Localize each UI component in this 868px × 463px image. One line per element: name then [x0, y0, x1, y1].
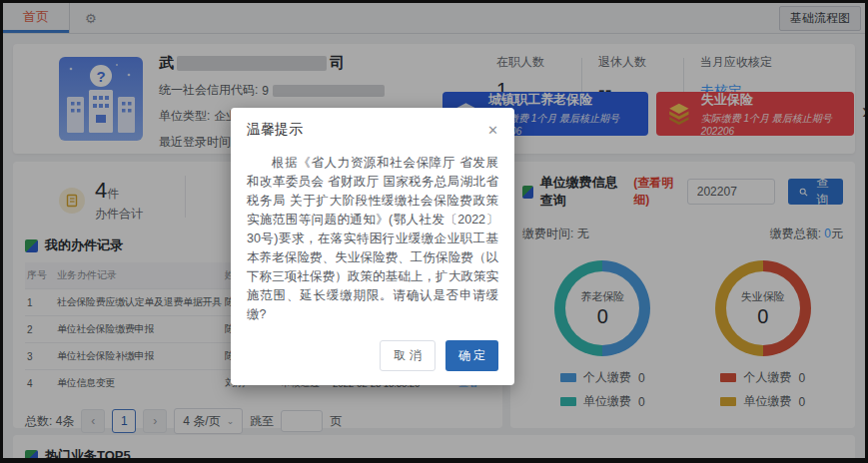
dialog-body-text: 根据《省人力资源和社会保障厅 省发展和改革委员会 省财政厅 国家税务总局湖北省税… — [231, 145, 514, 326]
reminder-dialog: 温馨提示 ✕ 根据《省人力资源和社会保障厅 省发展和改革委员会 省财政厅 国家税… — [231, 108, 514, 385]
dialog-footer: 取 消 确 定 — [231, 326, 514, 385]
dialog-title: 温馨提示 — [247, 121, 303, 139]
close-icon[interactable]: ✕ — [487, 123, 498, 138]
confirm-button[interactable]: 确 定 — [445, 340, 498, 371]
app-window: 首页 ⚙ 基础流程图 — [0, 0, 868, 463]
cancel-button[interactable]: 取 消 — [380, 340, 434, 371]
dialog-header: 温馨提示 ✕ — [231, 108, 514, 145]
